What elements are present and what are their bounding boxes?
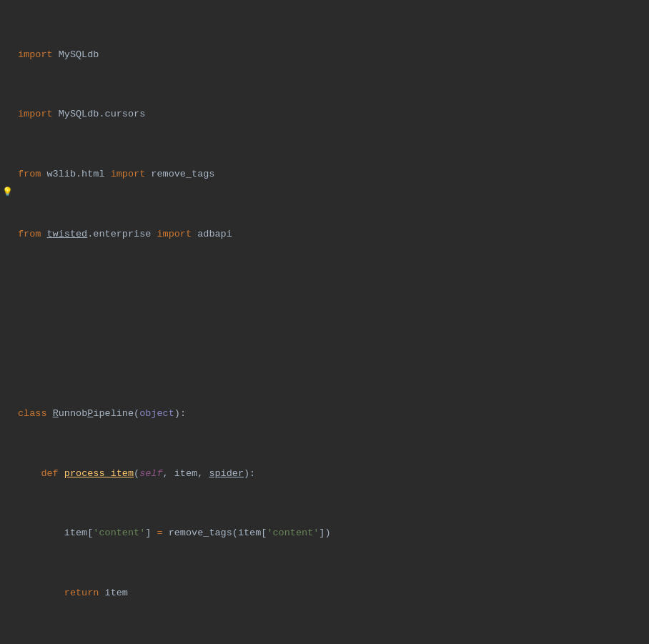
code-line-2: import MySQLdb.cursors [18,107,643,122]
gutter-28 [2,333,13,345]
code-editor: 💡 import MySQLdb import [0,0,649,644]
gutter-32 [2,382,13,394]
gutter-25 [2,297,13,309]
gutter-3 [2,27,13,39]
gutter-43 [2,516,13,528]
gutter-38 [2,455,13,467]
gutter-18 [2,211,13,223]
gutter-6 [2,64,13,76]
gutter-17 [2,199,13,211]
gutter-36 [2,430,13,442]
gutter-13 [2,149,13,162]
code-line-7: class RunnobPipeline(object): [18,407,643,422]
code-line-10: return item [18,586,643,601]
code-line-4: from twisted.enterprise import adbapi [18,227,643,242]
gutter-24 [2,284,13,297]
gutter-15 [2,174,13,186]
gutter-34 [2,406,13,418]
gutter-16: 💡 [2,186,13,199]
code-lines: import MySQLdb import MySQLdb.cursors fr… [15,3,649,644]
gutter-12 [2,137,13,149]
gutter-40 [2,479,13,491]
gutter-2 [2,15,13,27]
line-gutter: 💡 [0,3,15,644]
gutter-33 [2,394,13,406]
gutter-14 [2,162,13,174]
gutter-45 [2,540,13,553]
code-line-1: import MySQLdb [18,48,643,63]
gutter-41 [2,491,13,503]
code-line-3: from w3lib.html import remove_tags [18,167,643,182]
gutter-42 [2,503,13,515]
gutter-29 [2,345,13,357]
gutter-37 [2,442,13,455]
code-line-5 [18,287,643,302]
gutter-44 [2,528,13,540]
gutter-1 [2,3,13,15]
gutter-26 [2,309,13,321]
code-line-9: item['content'] = remove_tags(item['cont… [18,526,643,541]
gutter-27 [2,321,13,333]
gutter-4 [2,39,13,51]
gutter-10 [2,112,13,124]
gutter-39 [2,467,13,479]
gutter-31 [2,370,13,382]
gutter-35 [2,418,13,430]
code-line-6 [18,347,643,362]
gutter-11 [2,124,13,137]
gutter-9 [2,100,13,112]
gutter-30 [2,357,13,370]
gutter-21 [2,247,13,259]
gutter-7 [2,76,13,88]
gutter-19 [2,223,13,235]
gutter-8 [2,88,13,100]
gutter-20 [2,235,13,247]
gutter-5 [2,51,13,64]
gutter-23 [2,272,13,284]
code-line-8: def process_item(self, item, spider): [18,467,643,482]
gutter-22 [2,260,13,272]
gutter-46 [2,553,13,565]
